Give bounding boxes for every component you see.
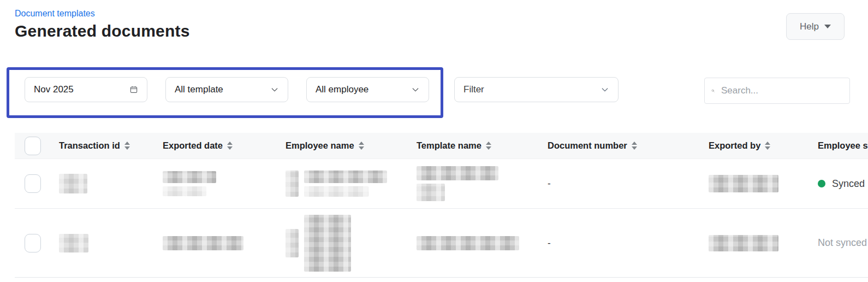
row-checkbox[interactable] [25,234,41,252]
table-header-row: Transaction id Exported date Employee na… [15,133,868,159]
sort-icon[interactable] [486,142,491,150]
page-title: Generated documents [15,22,190,40]
search-box[interactable] [704,78,850,104]
chevron-down-icon [270,85,279,94]
column-label: Employee sync [818,140,868,151]
chevron-down-icon [411,85,420,94]
sort-icon[interactable] [765,142,770,150]
column-header-template-name[interactable]: Template name [407,140,538,151]
filter-dropdown-value: Filter [463,84,484,95]
column-label: Document number [548,140,627,151]
synced-dot-icon [818,180,825,187]
generated-documents-page: Document templates Generated documents H… [0,0,868,282]
chevron-down-icon [601,85,609,94]
redacted-exported-by [709,235,778,251]
generated-documents-table: Transaction id Exported date Employee na… [15,133,868,278]
sync-status-label: Synced [832,178,865,190]
redacted-exported-by [709,175,778,192]
redacted-template-name [417,166,498,201]
sort-icon[interactable] [124,142,130,150]
redacted-transaction-id [59,174,87,193]
breadcrumb-document-templates[interactable]: Document templates [15,9,95,19]
redacted-transaction-id [59,234,88,252]
document-number-value: - [548,178,551,189]
status-badge: Not synced [818,237,867,249]
status-badge: Synced [818,178,865,190]
redacted-template-name [417,236,519,250]
column-header-exported-date[interactable]: Exported date [153,140,276,151]
employee-dropdown[interactable]: All employee [306,77,429,102]
help-button[interactable]: Help [786,13,845,40]
help-button-label: Help [800,21,819,32]
template-dropdown[interactable]: All template [165,77,288,102]
table-row[interactable]: - Not synced [15,209,868,278]
table-row[interactable]: - Synced [15,159,868,209]
document-number-value: - [548,238,551,249]
column-label: Transaction id [59,140,120,151]
column-label: Exported by [709,140,760,151]
month-picker-value: Nov 2025 [34,84,74,95]
redacted-exported-date [163,171,216,196]
search-icon [711,85,715,97]
column-label: Template name [417,140,481,151]
month-picker[interactable]: Nov 2025 [25,77,147,102]
calendar-icon [129,85,138,94]
row-checkbox[interactable] [25,174,41,193]
redacted-employee-name [286,171,387,197]
column-header-transaction-id[interactable]: Transaction id [49,140,153,151]
sort-icon[interactable] [359,142,364,150]
redacted-employee-name [286,215,351,272]
employee-dropdown-value: All employee [316,84,368,95]
sync-status-label: Not synced [818,237,867,249]
filter-dropdown[interactable]: Filter [454,77,619,102]
column-header-document-number[interactable]: Document number [538,140,699,151]
column-label: Employee name [286,140,354,151]
avatar [286,171,299,197]
column-header-employee-sync[interactable]: Employee sync [808,140,868,151]
column-header-exported-by[interactable]: Exported by [699,140,808,151]
template-dropdown-value: All template [175,84,223,95]
caret-down-icon [824,25,831,28]
search-input[interactable] [720,85,843,97]
redacted-exported-date [163,236,243,250]
avatar [286,229,299,257]
select-all-checkbox[interactable] [25,137,41,155]
sort-icon[interactable] [227,142,233,150]
column-label: Exported date [163,140,223,151]
column-header-employee-name[interactable]: Employee name [276,140,407,151]
sort-icon[interactable] [632,142,637,150]
